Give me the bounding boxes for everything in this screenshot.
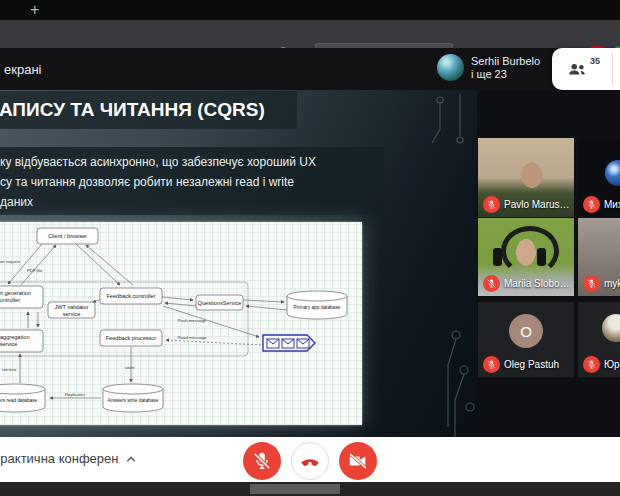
svg-text:PDF file: PDF file (27, 268, 43, 273)
slide-title: ЗАПИСУ ТА ЧИТАННЯ (CQRS) (0, 99, 297, 121)
app-window: + https://meet.google.com/tmx-diva-oqw?p… (0, 0, 620, 496)
hangup-button[interactable] (291, 442, 329, 480)
participant-tile[interactable]: Юрі (578, 302, 620, 377)
svg-text:Push message: Push message (178, 318, 207, 323)
message-queue (263, 335, 315, 351)
mic-off-icon (251, 450, 273, 472)
slide-body-line: ку відбувається асинхронно, що забезпечу… (0, 152, 384, 172)
participant-name: myk (604, 278, 620, 289)
svg-text:Answers write database: Answers write database (108, 398, 159, 403)
svg-text:Feedback controller: Feedback controller (106, 293, 155, 299)
svg-text:Report generation: Report generation (0, 290, 31, 296)
slide-body-line: су та читання дозволяє робити незалежні … (0, 172, 384, 192)
participant-tile[interactable]: myk (578, 218, 620, 296)
participant-name: Mariia Slobo… (504, 278, 570, 289)
new-tab-button[interactable]: + (30, 0, 39, 20)
participant-tile[interactable]: Pavlo Marus… (478, 138, 574, 217)
browser-toolbar: https://meet.google.com/tmx-diva-oqw?pli… (0, 20, 620, 49)
meet-header: екрані Serhii Burbelo і ще 23 35 (0, 48, 620, 90)
camera-off-icon (347, 450, 369, 472)
presenter-avatar (437, 54, 464, 81)
participant-avatar (602, 314, 620, 342)
svg-text:QuestionsService: QuestionsService (198, 300, 242, 306)
svg-text:Answers read database: Answers read database (0, 398, 38, 403)
participant-name: Мих (604, 199, 620, 210)
people-icon (566, 58, 588, 80)
svg-text:report generation request: report generation request (0, 259, 21, 264)
presenter-name: Serhii Burbelo (471, 55, 540, 68)
presenter-chip[interactable]: Serhii Burbelo і ще 23 (471, 55, 540, 81)
participant-avatar: O (509, 314, 543, 348)
participant-name: Юрі (604, 359, 620, 370)
mic-toggle-button[interactable] (243, 442, 281, 480)
mic-muted-badge (583, 196, 600, 213)
meeting-title: Практична конферен… (0, 451, 120, 469)
slide-body-block: ку відбувається асинхронно, що забезпечу… (0, 147, 384, 215)
mic-muted-badge (583, 356, 600, 373)
svg-text:Feedback processor: Feedback processor (106, 335, 157, 341)
participants-count: 35 (590, 56, 600, 66)
svg-text:Primary app database: Primary app database (294, 305, 341, 310)
participants-count-panel[interactable]: 35 (552, 48, 620, 90)
participant-tile[interactable]: Мих (578, 138, 620, 217)
call-bottom-bar: Практична конферен… (0, 437, 620, 482)
chevron-up-icon[interactable] (122, 450, 140, 468)
mic-muted-badge (483, 275, 500, 292)
participant-tile[interactable]: O Oleg Pastuh (478, 302, 574, 377)
cqrs-diagram: Client / browser Report generation contr… (0, 222, 362, 425)
slide-title-block: ЗАПИСУ ТА ЧИТАННЯ (CQRS) (0, 91, 297, 129)
slide-body-line: даних (0, 192, 384, 212)
presenter-more-count: і ще 23 (471, 68, 540, 81)
svg-text:Read message: Read message (178, 335, 208, 340)
participant-name: Pavlo Marus… (504, 199, 570, 210)
avatar-letter: O (520, 323, 532, 340)
participant-name: Oleg Pastuh (504, 359, 559, 370)
screen-share-banner: екрані (4, 62, 41, 77)
shared-screen: ЗАПИСУ ТА ЧИТАННЯ (CQRS) ку відбувається… (0, 90, 477, 437)
svg-text:controller: controller (0, 297, 20, 303)
mic-muted-badge (483, 196, 500, 213)
scrollbar-thumb[interactable] (250, 484, 340, 494)
hangup-icon (299, 450, 321, 472)
participant-avatar (605, 160, 620, 186)
meeting-title-text: Практична конферен… (0, 451, 120, 466)
svg-text:store: store (125, 365, 135, 370)
svg-text:JWT validator: JWT validator (54, 304, 88, 310)
svg-text:Replicates: Replicates (65, 392, 85, 397)
camera-toggle-button[interactable] (339, 442, 377, 480)
svg-text:service: service (0, 341, 17, 347)
participants-panel: Pavlo Marus… Мих Mariia Slobo… myk O (477, 90, 620, 437)
panel-divider (612, 53, 613, 85)
browser-tab-bar: + (0, 0, 620, 20)
mic-muted-badge (583, 275, 600, 292)
svg-text:service: service (63, 311, 81, 317)
svg-text:retrieve: retrieve (2, 367, 17, 372)
svg-text:data aggregation: data aggregation (0, 334, 30, 340)
mic-muted-badge (483, 356, 500, 373)
participant-tile[interactable]: Mariia Slobo… (478, 218, 574, 296)
node-client-label: Client / browser (48, 233, 87, 239)
